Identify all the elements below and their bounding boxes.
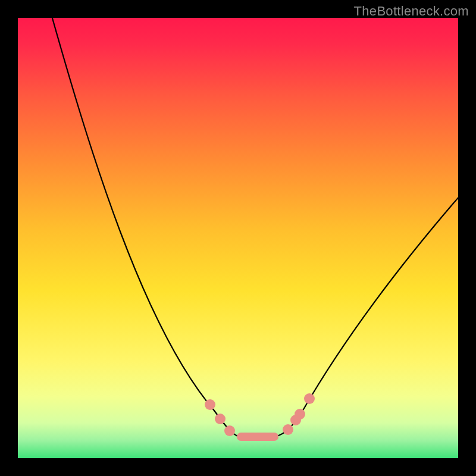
- curve-marker: [295, 409, 305, 419]
- curve-marker: [283, 424, 293, 435]
- flat-minimum-marker: [237, 433, 278, 441]
- outer-frame: TheBottleneck.com: [0, 0, 476, 476]
- watermark-text: TheBottleneck.com: [354, 4, 469, 19]
- curve-marker: [304, 393, 315, 404]
- curve-marker: [215, 414, 226, 424]
- curve-marker: [224, 425, 235, 436]
- bottleneck-curve: [18, 18, 458, 458]
- plot-area: [18, 18, 458, 458]
- curve-marker: [205, 399, 215, 410]
